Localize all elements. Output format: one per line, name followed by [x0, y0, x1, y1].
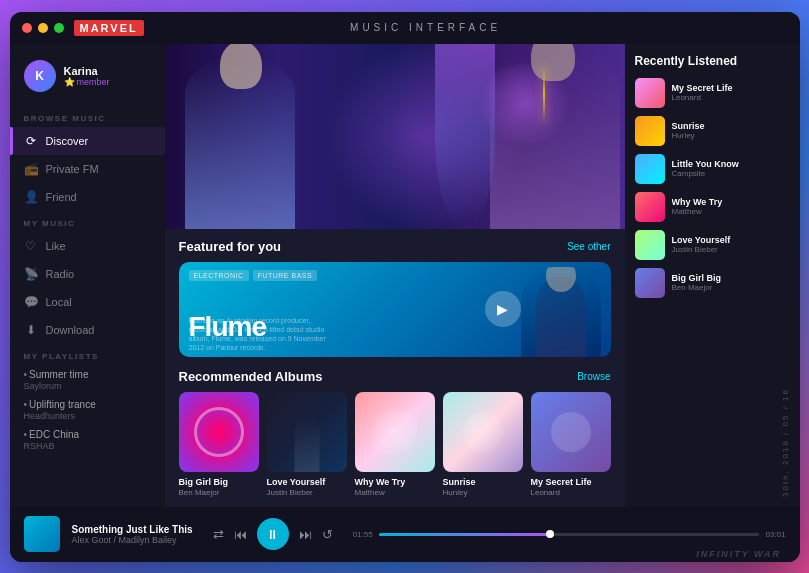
recent-name-5: Love Yourself	[672, 235, 790, 245]
album-card-3[interactable]: Why We Try Matthew	[355, 392, 435, 497]
traffic-lights	[22, 23, 64, 33]
recent-track-6[interactable]: Big Girl Big Ben Maejor	[635, 268, 790, 298]
recent-name-3: Little You Know	[672, 159, 790, 169]
album-card-5[interactable]: My Secret Life Leonard	[531, 392, 611, 497]
album-card-1[interactable]: Big Girl Big Ben Maejor	[179, 392, 259, 497]
repeat-button[interactable]: ↺	[322, 527, 333, 542]
infinity-war-watermark: INFINITY WAR	[696, 549, 781, 559]
tag-1: ELECTRONIC	[189, 270, 249, 281]
recent-info-6: Big Girl Big Ben Maejor	[672, 273, 790, 292]
brand-logo: MARVEL	[74, 20, 144, 36]
album-card-4[interactable]: Sunrise Hunley	[443, 392, 523, 497]
recent-track-5[interactable]: Love Yourself Justin Bieber	[635, 230, 790, 260]
app-title: MUSIC INTERFACE	[350, 22, 501, 33]
hero-banner	[165, 44, 625, 229]
sidebar-item-discover[interactable]: ⟳ Discover	[10, 127, 165, 155]
recent-track-3[interactable]: Little You Know Campsite	[635, 154, 790, 184]
user-section: K Karina ⭐ member	[10, 54, 165, 106]
scroll-area[interactable]: Featured for you See other ELECTRONIC FU…	[165, 229, 625, 507]
radio-label: Radio	[46, 268, 75, 280]
sidebar-item-radio[interactable]: 📡 Radio	[10, 260, 165, 288]
featured-tags: ELECTRONIC FUTURE BASS	[189, 270, 318, 281]
featured-description: Flume is an Australian record producer, …	[189, 316, 339, 352]
next-button[interactable]: ⏭	[299, 527, 312, 542]
album-cover-2	[267, 392, 347, 472]
recent-track-2[interactable]: Sunrise Hurley	[635, 116, 790, 146]
heart-icon: ♡	[24, 239, 38, 253]
current-time: 01:55	[353, 530, 373, 539]
maximize-button[interactable]	[54, 23, 64, 33]
sidebar-item-like[interactable]: ♡ Like	[10, 232, 165, 260]
title-bar: MARVEL MUSIC INTERFACE	[10, 12, 800, 44]
recent-info-1: My Secret Life Leonard	[672, 83, 790, 102]
album-name-2: Love Yourself	[267, 477, 347, 487]
featured-banner: ELECTRONIC FUTURE BASS Flume Flume is an…	[179, 262, 611, 357]
sidebar-item-friend[interactable]: 👤 Friend	[10, 183, 165, 211]
discover-icon: ⟳	[24, 134, 38, 148]
close-button[interactable]	[22, 23, 32, 33]
album-artist-3: Matthew	[355, 488, 435, 497]
right-panel: Recently Listened My Secret Life Leonard…	[625, 44, 800, 507]
player-song-title: Something Just Like This	[72, 524, 193, 535]
album-cover-1	[179, 392, 259, 472]
playlist-item-2[interactable]: •Uplifting trance Headhunters	[10, 395, 165, 425]
minimize-button[interactable]	[38, 23, 48, 33]
recent-track-1[interactable]: My Secret Life Leonard	[635, 78, 790, 108]
recent-thumb-4	[635, 192, 665, 222]
prev-button[interactable]: ⏮	[234, 527, 247, 542]
recent-name-1: My Secret Life	[672, 83, 790, 93]
recent-info-2: Sunrise Hurley	[672, 121, 790, 140]
see-other-link[interactable]: See other	[567, 241, 610, 252]
recent-track-4[interactable]: Why We Try Matthew	[635, 192, 790, 222]
recent-artist-4: Matthew	[672, 207, 790, 216]
sidebar: K Karina ⭐ member BROWSE MUSIC ⟳ Discove…	[10, 44, 165, 507]
friend-icon: 👤	[24, 190, 38, 204]
my-music-label: MY MUSIC	[10, 211, 165, 232]
recent-artist-3: Campsite	[672, 169, 790, 178]
tag-2: FUTURE BASS	[253, 270, 318, 281]
playlist-item-3[interactable]: •EDC China RSHAB	[10, 425, 165, 455]
sidebar-item-download[interactable]: ⬇ Download	[10, 316, 165, 344]
featured-header: Featured for you See other	[179, 239, 611, 254]
recent-name-4: Why We Try	[672, 197, 790, 207]
recent-artist-1: Leonard	[672, 93, 790, 102]
playlist-item-1[interactable]: •Summer time Saylorum	[10, 365, 165, 395]
progress-bar[interactable]	[379, 533, 760, 536]
album-card-2[interactable]: Love Yourself Justin Bieber	[267, 392, 347, 497]
play-pause-button[interactable]: ⏸	[257, 518, 289, 550]
shuffle-button[interactable]: ⇄	[213, 527, 224, 542]
playlists-label: MY PLAYLISTS	[10, 344, 165, 365]
radio-icon2: 📡	[24, 267, 38, 281]
album-name-1: Big Girl Big	[179, 477, 259, 487]
album-name-5: My Secret Life	[531, 477, 611, 487]
sidebar-item-local[interactable]: 💬 Local	[10, 288, 165, 316]
playlist-author-2: Headhunters	[24, 411, 151, 421]
album-artist-5: Leonard	[531, 488, 611, 497]
player-bar: Something Just Like This Alex Goot / Mad…	[10, 507, 800, 562]
player-controls: ⇄ ⏮ ⏸ ⏭ ↺	[213, 518, 333, 550]
app-container: MARVEL MUSIC INTERFACE K Karina ⭐ member…	[10, 12, 800, 562]
recent-name-2: Sunrise	[672, 121, 790, 131]
user-name: Karina	[64, 65, 110, 77]
download-label: Download	[46, 324, 95, 336]
sidebar-item-private-fm[interactable]: 📻 Private FM	[10, 155, 165, 183]
sidebar-item-discover-label: Discover	[46, 135, 89, 147]
album-cover-5	[531, 392, 611, 472]
browse-link[interactable]: Browse	[577, 371, 610, 382]
recent-name-6: Big Girl Big	[672, 273, 790, 283]
radio-icon: 📻	[24, 162, 38, 176]
featured-title-label: Featured for you	[179, 239, 282, 254]
playlist-name-1: •Summer time	[24, 369, 151, 380]
local-label: Local	[46, 296, 72, 308]
date-display: 30th, 2018 / 05 / 16	[781, 388, 790, 497]
player-info: Something Just Like This Alex Goot / Mad…	[72, 524, 193, 545]
featured-play-button[interactable]: ▶	[485, 291, 521, 327]
recent-info-5: Love Yourself Justin Bieber	[672, 235, 790, 254]
like-label: Like	[46, 240, 66, 252]
player-artist-name: Alex Goot / Madilyn Bailey	[72, 535, 193, 545]
hero-char-1-head	[220, 44, 262, 89]
recent-artist-6: Ben Maejor	[672, 283, 790, 292]
playlist-name-3: •EDC China	[24, 429, 151, 440]
album-cover-3	[355, 392, 435, 472]
album-name-4: Sunrise	[443, 477, 523, 487]
